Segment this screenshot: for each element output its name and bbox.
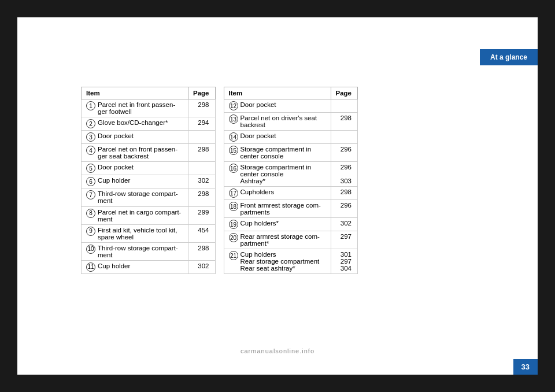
item-text: First aid kit, vehicle tool kit, spare w… xyxy=(98,227,183,241)
page-cell: 298 xyxy=(188,144,216,162)
page-cell: 302 xyxy=(188,175,216,188)
item-text: Storage compartment in center console As… xyxy=(240,164,326,184)
item-number: 15 xyxy=(229,146,238,155)
page-cell: 298 xyxy=(188,242,216,260)
item-text: Door pocket xyxy=(98,164,183,171)
table-right: Item Page 12Door pocket13Parcel net on d… xyxy=(224,87,358,274)
item-text: Third-row storage compart- ment xyxy=(98,190,183,204)
item-cell: 7Third-row storage compart- ment xyxy=(82,188,188,206)
item-number: 10 xyxy=(86,245,95,254)
item-text: Parcel net in front passen- ger footwell xyxy=(98,101,183,115)
item-cell: 18Front armrest storage com- partments xyxy=(224,200,331,218)
item-text: Cup holders Rear storage compartment Rea… xyxy=(240,251,326,272)
left-table-item-header: Item xyxy=(82,87,188,99)
table-row: 5Door pocket xyxy=(82,162,216,175)
item-cell: 11Cup holder xyxy=(82,260,188,273)
tab-at-glance: At a glance xyxy=(480,49,538,65)
item-number: 3 xyxy=(86,132,95,142)
table-row: 12Door pocket xyxy=(224,99,358,113)
item-cell: 5Door pocket xyxy=(82,162,188,175)
table-row: 6Cup holder302 xyxy=(82,175,216,188)
page-cell: 294 xyxy=(188,117,216,131)
table-row: 17Cupholders298 xyxy=(224,187,358,200)
item-number: 1 xyxy=(86,101,95,110)
item-number: 5 xyxy=(86,164,95,173)
item-number: 14 xyxy=(229,132,238,142)
item-number: 17 xyxy=(229,188,238,198)
page-cell xyxy=(188,131,216,144)
item-cell: 17Cupholders xyxy=(224,187,331,200)
item-cell: 12Door pocket xyxy=(224,99,331,113)
item-cell: 9First aid kit, vehicle tool kit, spare … xyxy=(82,224,188,242)
table-row: 15Storage compartment in center console2… xyxy=(224,144,358,162)
page-cell: 301 297 304 xyxy=(331,249,358,274)
watermark: carmanualsonline.info xyxy=(17,347,538,354)
left-table-page-header: Page xyxy=(188,87,216,99)
page-cell: 298 xyxy=(331,113,358,131)
item-text: Cup holder xyxy=(98,177,183,184)
page-cell: 296 xyxy=(331,200,358,218)
table-row: 20Rear armrest storage com- partment*297 xyxy=(224,231,358,249)
item-cell: 20Rear armrest storage com- partment* xyxy=(224,231,331,249)
page-cell: 454 xyxy=(188,224,216,242)
item-number: 12 xyxy=(229,101,238,110)
table-row: 4Parcel net on front passen- ger seat ba… xyxy=(82,144,216,162)
page-number: 33 xyxy=(513,359,538,375)
page-cell: 298 xyxy=(188,188,216,206)
table-row: 3Door pocket xyxy=(82,131,216,144)
page-cell xyxy=(331,99,358,113)
tables-wrapper: Item Page 1Parcel net in front passen- g… xyxy=(81,87,358,274)
table-row: 10Third-row storage compart- ment298 xyxy=(82,242,216,260)
item-cell: 4Parcel net on front passen- ger seat ba… xyxy=(82,144,188,162)
item-cell: 8Parcel net in cargo compart- ment xyxy=(82,206,188,224)
item-number: 19 xyxy=(229,220,238,229)
table-row: 1Parcel net in front passen- ger footwel… xyxy=(82,99,216,117)
table-row: 11Cup holder302 xyxy=(82,260,216,273)
table-row: 2Glove box/CD-changer*294 xyxy=(82,117,216,131)
item-text: Door pocket xyxy=(240,101,326,108)
page-cell: 298 xyxy=(331,187,358,200)
page-cell: 296 303 xyxy=(331,162,358,187)
table-row: 13Parcel net on driver's seat backrest29… xyxy=(224,113,358,131)
item-text: Parcel net on front passen- ger seat bac… xyxy=(98,146,183,160)
table-left: Item Page 1Parcel net in front passen- g… xyxy=(81,87,216,274)
item-number: 21 xyxy=(229,251,238,260)
table-row: 18Front armrest storage com- partments29… xyxy=(224,200,358,218)
table-row: 9First aid kit, vehicle tool kit, spare … xyxy=(82,224,216,242)
table-row: 7Third-row storage compart- ment298 xyxy=(82,188,216,206)
item-text: Glove box/CD-changer* xyxy=(98,119,183,126)
item-text: Cup holder xyxy=(98,262,183,269)
item-cell: 6Cup holder xyxy=(82,175,188,188)
page-cell: 297 xyxy=(331,231,358,249)
item-text: Door pocket xyxy=(98,132,183,139)
item-cell: 21Cup holders Rear storage compartment R… xyxy=(224,249,331,274)
item-number: 7 xyxy=(86,190,95,199)
item-number: 11 xyxy=(86,262,95,272)
page-cell: 296 xyxy=(331,144,358,162)
item-cell: 16Storage compartment in center console … xyxy=(224,162,331,187)
item-number: 9 xyxy=(86,227,95,236)
page-cell: 302 xyxy=(188,260,216,273)
item-number: 16 xyxy=(229,164,238,173)
item-text: Storage compartment in center console xyxy=(240,146,326,160)
right-table-item-header: Item xyxy=(224,87,331,99)
item-cell: 1Parcel net in front passen- ger footwel… xyxy=(82,99,188,117)
page-cell xyxy=(188,162,216,175)
item-number: 13 xyxy=(229,114,238,124)
item-cell: 3Door pocket xyxy=(82,131,188,144)
item-text: Cupholders xyxy=(240,188,326,195)
item-text: Parcel net on driver's seat backrest xyxy=(240,114,326,128)
table-row: 16Storage compartment in center console … xyxy=(224,162,358,187)
item-cell: 13Parcel net on driver's seat backrest xyxy=(224,113,331,131)
page-cell xyxy=(331,131,358,144)
item-text: Door pocket xyxy=(240,132,326,139)
item-cell: 10Third-row storage compart- ment xyxy=(82,242,188,260)
item-number: 8 xyxy=(86,209,95,218)
table-row: 19Cup holders*302 xyxy=(224,218,358,231)
item-text: Front armrest storage com- partments xyxy=(240,202,326,216)
item-text: Parcel net in cargo compart- ment xyxy=(98,209,183,223)
right-table-page-header: Page xyxy=(331,87,358,99)
page-cell: 299 xyxy=(188,206,216,224)
table-row: 21Cup holders Rear storage compartment R… xyxy=(224,249,358,274)
table-row: 14Door pocket xyxy=(224,131,358,144)
